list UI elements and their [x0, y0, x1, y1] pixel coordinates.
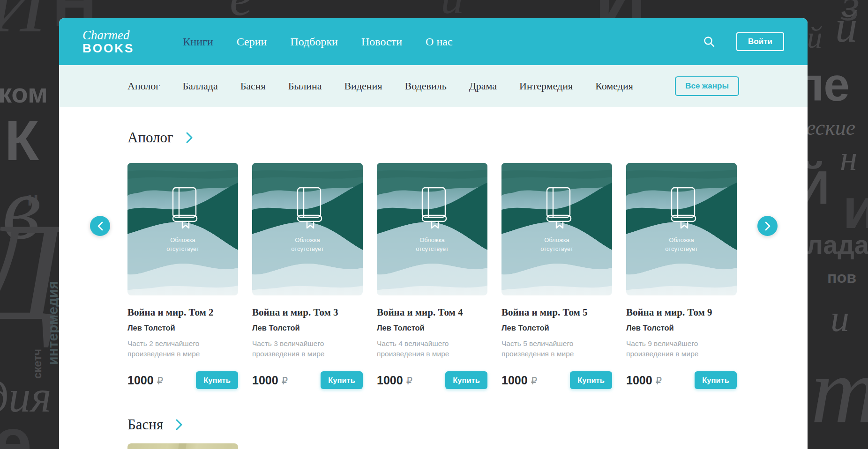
site-header: Charmed BOOKS Книги Серии Подборки Новос… — [59, 18, 808, 65]
price-row: 1000 ₽ Купить — [252, 371, 363, 389]
background-decoration: й — [807, 22, 823, 53]
cover-placeholder-text: Обложка отсутствует — [540, 236, 573, 254]
book-title[interactable]: Война и мир. Том 5 — [501, 307, 612, 318]
book-price: 1000 ₽ — [252, 374, 288, 387]
carousel-next-button[interactable] — [757, 216, 778, 236]
book-cover[interactable]: Обложка отсутствует — [626, 163, 737, 295]
chevron-right-icon — [186, 132, 193, 144]
nav-item-about[interactable]: О нас — [426, 36, 452, 48]
main-content-card: Charmed BOOKS Книги Серии Подборки Новос… — [59, 18, 808, 449]
price-row: 1000 ₽ Купить — [501, 371, 612, 389]
nav-item-collections[interactable]: Подборки — [290, 36, 338, 48]
header-right: Войти — [703, 32, 784, 51]
buy-button[interactable]: Купить — [321, 371, 363, 389]
genre-item-videniya[interactable]: Видения — [344, 80, 382, 92]
carousel-prev-button[interactable] — [90, 216, 110, 236]
book-cover[interactable]: Обложка отсутствует — [252, 163, 363, 295]
book-icon — [666, 186, 696, 229]
book-description: Часть 9 величайшего произведения в мире — [626, 339, 726, 359]
cover-stripe — [160, 443, 187, 449]
buy-button[interactable]: Купить — [695, 371, 737, 389]
background-decoration: интермедия — [46, 281, 60, 365]
cover-placeholder: Обложка отсутствует — [626, 163, 737, 295]
ruble-sign: ₽ — [157, 375, 163, 387]
brand-line1: Charmed — [82, 29, 134, 42]
book-description: Часть 2 величайшего произведения в мире — [127, 339, 227, 359]
book-card: Обложка отсутствует Война и мир. Том 9 Л… — [626, 163, 737, 389]
book-card: Обложка отсутствует Война и мир. Том 2 Л… — [127, 163, 238, 389]
book-author: Лев Толстой — [377, 324, 487, 332]
book-cover[interactable] — [127, 443, 238, 449]
cover-placeholder-text: Обложка отсутствует — [166, 236, 199, 254]
genre-item-vodevil[interactable]: Водевиль — [405, 80, 447, 92]
section-basnya-header[interactable]: Басня — [127, 416, 183, 433]
chevron-left-icon — [97, 221, 104, 231]
book-card: Обложка отсутствует Война и мир. Том 5 Л… — [501, 163, 612, 389]
main-nav: Книги Серии Подборки Новости О нас — [183, 36, 452, 48]
chevron-right-icon — [764, 221, 771, 231]
nav-item-books[interactable]: Книги — [183, 36, 213, 48]
section-apolog-header[interactable]: Аполог — [127, 129, 193, 146]
brand-logo[interactable]: Charmed BOOKS — [82, 29, 134, 54]
genre-bar: Аполог Баллада Басня Былина Видения Воде… — [59, 65, 808, 107]
book-description: Часть 4 величайшего произведения в мире — [377, 339, 476, 359]
cover-placeholder: Обложка отсутствует — [377, 163, 487, 295]
buy-button[interactable]: Купить — [570, 371, 612, 389]
chevron-right-icon — [175, 419, 183, 431]
login-button[interactable]: Войти — [736, 32, 784, 51]
genre-item-basnya[interactable]: Басня — [240, 80, 266, 92]
buy-button[interactable]: Купить — [445, 371, 487, 389]
ruble-sign: ₽ — [406, 375, 412, 387]
price-row: 1000 ₽ Купить — [626, 371, 737, 389]
book-card — [127, 443, 238, 449]
book-author: Лев Толстой — [626, 324, 737, 332]
background-decoration: и — [831, 300, 849, 337]
background-decoration: пов — [827, 269, 856, 285]
book-card: Обложка отсутствует Война и мир. Том 3 Л… — [252, 163, 363, 389]
background-decoration: ком — [0, 80, 48, 107]
book-title[interactable]: Война и мир. Том 3 — [252, 307, 363, 318]
nav-item-news[interactable]: Новости — [361, 36, 402, 48]
ruble-sign: ₽ — [282, 375, 288, 387]
background-decoration: й — [835, 5, 858, 49]
all-genres-button[interactable]: Все жанры — [675, 76, 739, 96]
price-row: 1000 ₽ Купить — [127, 371, 238, 389]
search-icon[interactable] — [703, 35, 716, 48]
book-price: 1000 ₽ — [127, 374, 163, 387]
section-apolog: Аполог — [127, 129, 739, 389]
book-icon — [292, 186, 322, 229]
book-cover[interactable]: Обложка отсутствует — [377, 163, 487, 295]
book-title[interactable]: Война и мир. Том 4 — [377, 307, 487, 318]
price-row: 1000 ₽ Купить — [377, 371, 487, 389]
books-row — [127, 443, 739, 449]
books-row: Обложка отсутствует Война и мир. Том 2 Л… — [127, 163, 739, 389]
cover-placeholder-text: Обложка отсутствует — [291, 236, 324, 254]
cover-placeholder: Обложка отсутствует — [501, 163, 612, 295]
book-cover[interactable]: Обложка отсутствует — [501, 163, 612, 295]
book-icon — [417, 186, 447, 229]
background-decoration: и — [843, 180, 868, 236]
book-description: Часть 3 величайшего произведения в мире — [252, 339, 352, 359]
book-price: 1000 ₽ — [626, 374, 662, 387]
cover-placeholder: Обложка отсутствует — [127, 163, 238, 295]
section-title: Басня — [127, 416, 163, 433]
section-basnya: Басня — [127, 416, 739, 449]
ruble-sign: ₽ — [656, 375, 662, 387]
background-decoration: н — [840, 140, 857, 176]
book-author: Лев Толстой — [501, 324, 612, 332]
genre-item-intermediya[interactable]: Интермедия — [519, 80, 573, 92]
buy-button[interactable]: Купить — [196, 371, 238, 389]
book-title[interactable]: Война и мир. Том 2 — [127, 307, 238, 318]
genre-item-bylina[interactable]: Былина — [288, 80, 322, 92]
page: И Н ё и И з ком К н в Д интермедия скетч… — [0, 0, 868, 449]
book-cover[interactable]: Обложка отсутствует — [127, 163, 238, 295]
book-author: Лев Толстой — [252, 324, 363, 332]
book-title[interactable]: Война и мир. Том 9 — [626, 307, 737, 318]
genre-item-drama[interactable]: Драма — [469, 80, 497, 92]
genre-item-komediya[interactable]: Комедия — [595, 80, 633, 92]
section-title: Аполог — [127, 129, 173, 146]
background-decoration: е — [0, 407, 32, 449]
nav-item-series[interactable]: Серии — [237, 36, 267, 48]
genre-item-ballada[interactable]: Баллада — [182, 80, 217, 92]
genre-item-apolog[interactable]: Аполог — [127, 80, 160, 92]
